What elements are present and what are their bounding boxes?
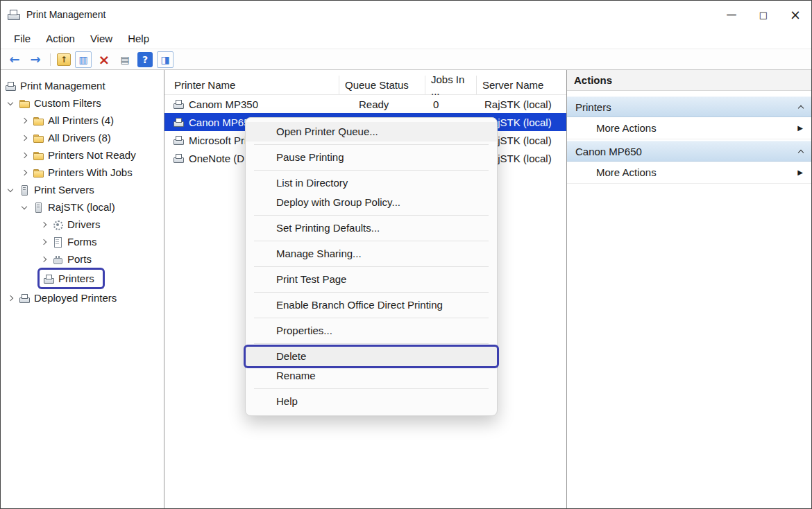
menu-item-enable-branch-office-direct-printing[interactable]: Enable Branch Office Direct Printing [246, 295, 497, 315]
delete-button[interactable]: × [96, 51, 112, 68]
chevron-right-icon[interactable] [22, 135, 27, 140]
tree-item-printers-not-ready[interactable]: Printers Not Ready [1, 146, 164, 164]
chevron-down-icon[interactable] [8, 99, 13, 105]
printer-icon [43, 273, 54, 284]
actions-group-header-canon-mp650[interactable]: Canon MP650 [567, 141, 811, 162]
menu-separator [254, 343, 489, 344]
printer-row-canom-mp350[interactable]: Canom MP350 Ready 0 RajSTK (local) [164, 95, 566, 113]
column-printer-name[interactable]: Printer Name [164, 76, 339, 94]
tree-item-drivers[interactable]: Drivers [1, 216, 164, 233]
menu-separator [254, 241, 489, 241]
chevron-right-icon[interactable] [41, 239, 46, 244]
title-bar: Print Management — □ × [1, 1, 811, 28]
show-hide-action-pane-button[interactable]: ◨ [157, 51, 174, 68]
printer-name: Canom MP350 [189, 98, 258, 110]
menu-item-print-test-page[interactable]: Print Test Page [246, 270, 497, 289]
filter-folder-icon [33, 150, 44, 161]
tree-item-label: Forms [67, 236, 97, 248]
submenu-arrow-icon: ▶ [797, 169, 803, 176]
tree-item-deployed-printers[interactable]: Deployed Printers [1, 289, 164, 307]
chevron-right-icon[interactable] [8, 295, 13, 300]
export-list-button[interactable]: ▤ [117, 51, 133, 68]
tree-item-custom-filters[interactable]: Custom Filters [1, 94, 164, 112]
more-actions-canon-mp650[interactable]: More Actions ▶ [567, 162, 811, 184]
chevron-up-icon[interactable] [798, 105, 804, 111]
tree-item-print-servers[interactable]: Print Servers [1, 181, 164, 198]
printer-icon [173, 153, 184, 164]
menu-help[interactable]: Help [120, 30, 157, 47]
filter-folder-icon [33, 167, 44, 178]
menu-item-help[interactable]: Help [246, 392, 497, 411]
tree-item-print-management[interactable]: Print Management [1, 77, 164, 94]
chevron-up-icon[interactable] [798, 150, 804, 155]
tree-item-printers[interactable]: Printers [1, 268, 164, 289]
column-server-name[interactable]: Server Name [477, 76, 566, 94]
menu-action[interactable]: Action [38, 30, 83, 47]
expander [20, 153, 28, 157]
menu-item-rename[interactable]: Rename [246, 366, 497, 386]
menu-separator [254, 388, 489, 389]
print-management-icon [5, 80, 16, 92]
tree-item-forms[interactable]: Forms [1, 233, 164, 250]
chevron-right-icon[interactable] [41, 221, 46, 227]
menu-item-manage-sharing[interactable]: Manage Sharing... [246, 244, 497, 264]
menu-item-deploy-with-group-policy[interactable]: Deploy with Group Policy... [246, 193, 497, 212]
tree-item-label: Ports [67, 253, 92, 265]
actions-group-header-printers[interactable]: Printers [567, 96, 811, 117]
list-header: Printer Name Queue Status Jobs In ... Se… [164, 76, 566, 95]
chevron-down-icon[interactable] [22, 203, 27, 209]
chevron-right-icon[interactable] [22, 169, 27, 175]
menu-view[interactable]: View [83, 30, 120, 47]
actions-group-label: Printers [575, 101, 611, 113]
menu-item-open-printer-queue[interactable]: Open Printer Queue... [246, 122, 497, 141]
menu-item-set-printing-defaults[interactable]: Set Printing Defaults... [246, 218, 497, 238]
expander [20, 171, 28, 175]
menu-item-properties[interactable]: Properties... [246, 321, 497, 340]
back-icon: ← [9, 53, 19, 66]
tree-item-all-printers[interactable]: All Printers (4) [1, 112, 164, 129]
expander [20, 206, 28, 209]
menu-separator [254, 318, 489, 318]
tree-item-label: Printers Not Ready [48, 149, 136, 161]
submenu-arrow-icon: ▶ [797, 124, 803, 132]
help-button[interactable]: ? [137, 52, 153, 67]
menu-separator [254, 266, 489, 267]
server-icon [33, 202, 44, 213]
printer-name: Microsoft Pri [189, 135, 246, 146]
chevron-right-icon[interactable] [22, 117, 27, 123]
maximize-button[interactable]: □ [747, 1, 779, 28]
more-actions-label: More Actions [596, 122, 657, 134]
show-hide-console-tree-button[interactable]: ▥ [75, 51, 92, 68]
export-list-icon: ▤ [120, 55, 129, 64]
chevron-right-icon[interactable] [41, 256, 46, 261]
toolbar-separator [50, 53, 51, 66]
close-button[interactable]: × [779, 1, 811, 28]
filter-folder-icon [33, 115, 44, 126]
column-queue-status[interactable]: Queue Status [339, 76, 425, 94]
chevron-down-icon[interactable] [8, 186, 13, 191]
tree-item-label: RajSTK (local) [48, 201, 115, 213]
tree-item-all-drivers[interactable]: All Drivers (8) [1, 129, 164, 146]
ports-icon [52, 254, 63, 265]
tree-item-printers-with-jobs[interactable]: Printers With Jobs [1, 164, 164, 181]
expander [40, 240, 48, 244]
help-icon: ? [142, 55, 148, 64]
column-jobs-in[interactable]: Jobs In ... [425, 76, 477, 94]
up-one-level-button[interactable]: ↑ [57, 53, 71, 66]
minimize-button[interactable]: — [716, 1, 747, 28]
menu-file[interactable]: File [6, 30, 38, 47]
menu-item-delete[interactable]: Delete [246, 347, 497, 366]
expander [20, 136, 28, 140]
actions-group-label: Canon MP650 [575, 146, 642, 157]
tree-item-label: Print Servers [34, 184, 94, 196]
forward-button[interactable]: → [27, 51, 44, 68]
context-menu: Open Printer Queue... Pause Printing Lis… [245, 117, 498, 416]
tree-item-rajstk-local[interactable]: RajSTK (local) [1, 198, 164, 216]
more-actions-printers[interactable]: More Actions ▶ [567, 117, 811, 139]
tree-item-ports[interactable]: Ports [1, 250, 164, 268]
tree-item-label: All Drivers (8) [48, 132, 111, 144]
menu-item-list-in-directory[interactable]: List in Directory [246, 173, 497, 193]
chevron-right-icon[interactable] [22, 152, 27, 157]
menu-item-pause-printing[interactable]: Pause Printing [246, 148, 497, 167]
back-button[interactable]: ← [6, 51, 23, 68]
